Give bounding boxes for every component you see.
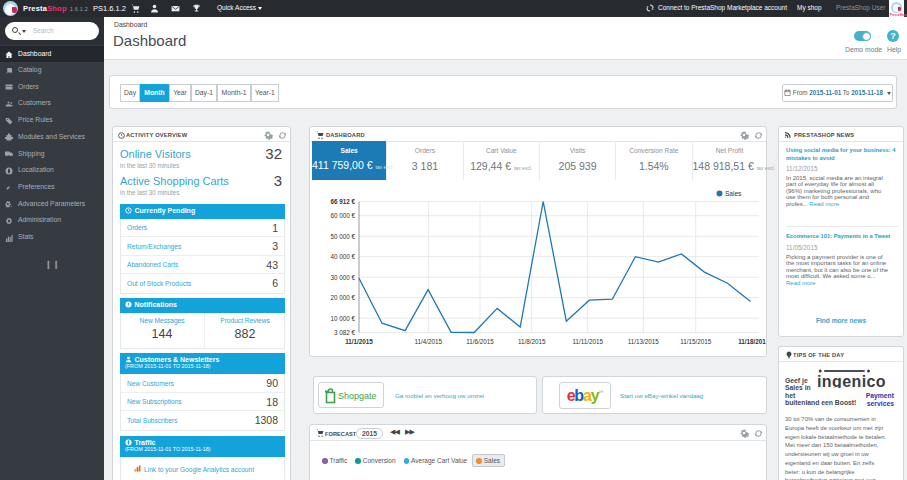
svg-text:30 000 €: 30 000 € xyxy=(330,273,355,280)
svg-text:Sales: Sales xyxy=(725,190,742,197)
svg-text:11/15/2015: 11/15/2015 xyxy=(680,338,712,345)
svg-text:11/8/2015: 11/8/2015 xyxy=(518,338,546,345)
svg-text:11/1/2015: 11/1/2015 xyxy=(345,338,373,345)
svg-text:11/11/2015: 11/11/2015 xyxy=(572,338,603,345)
svg-text:10 000 €: 10 000 € xyxy=(330,314,355,321)
svg-text:3 082 €: 3 082 € xyxy=(334,329,356,336)
svg-text:40 000 €: 40 000 € xyxy=(330,253,355,260)
svg-text:20 000 €: 20 000 € xyxy=(330,294,355,301)
svg-text:50 000 €: 50 000 € xyxy=(330,232,355,239)
svg-text:60 000 €: 60 000 € xyxy=(330,212,355,219)
svg-text:66 912 €: 66 912 € xyxy=(330,198,355,205)
svg-text:11/4/2015: 11/4/2015 xyxy=(415,338,443,345)
svg-text:11/18/201: 11/18/201 xyxy=(738,338,766,345)
svg-text:11/6/2015: 11/6/2015 xyxy=(466,338,494,345)
svg-text:11/13/2015: 11/13/2015 xyxy=(628,338,660,345)
